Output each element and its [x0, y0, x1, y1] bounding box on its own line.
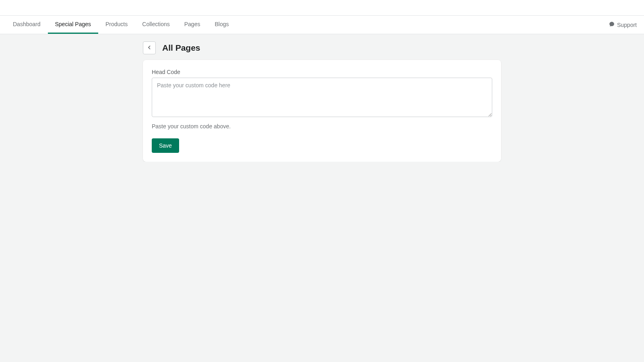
- tab-dashboard[interactable]: Dashboard: [6, 16, 48, 34]
- page-title: All Pages: [162, 43, 200, 53]
- head-code-input[interactable]: [152, 78, 492, 117]
- card-head-code: Head Code Paste your custom code above. …: [143, 60, 501, 162]
- tab-collections[interactable]: Collections: [135, 16, 177, 34]
- arrow-left-icon: [146, 44, 153, 52]
- tab-products[interactable]: Products: [98, 16, 135, 34]
- tab-label: Products: [105, 21, 128, 27]
- nav-tabs: Dashboard Special Pages Products Collect…: [6, 16, 236, 34]
- tab-label: Blogs: [215, 21, 229, 27]
- tab-pages[interactable]: Pages: [177, 16, 208, 34]
- chat-icon: [609, 21, 615, 28]
- support-link[interactable]: Support: [609, 16, 637, 34]
- back-button[interactable]: [143, 41, 156, 54]
- tab-blogs[interactable]: Blogs: [207, 16, 236, 34]
- tab-label: Dashboard: [13, 21, 41, 27]
- support-label: Support: [617, 22, 637, 28]
- save-button[interactable]: Save: [152, 138, 179, 153]
- tab-label: Pages: [184, 21, 200, 27]
- nav-bar: Dashboard Special Pages Products Collect…: [0, 16, 644, 34]
- top-strip: [0, 0, 644, 16]
- tab-label: Special Pages: [55, 21, 91, 27]
- head-code-helper: Paste your custom code above.: [152, 123, 492, 130]
- tab-special-pages[interactable]: Special Pages: [48, 16, 99, 34]
- page-header: All Pages: [143, 41, 501, 60]
- head-code-label: Head Code: [152, 69, 492, 75]
- tab-label: Collections: [142, 21, 169, 27]
